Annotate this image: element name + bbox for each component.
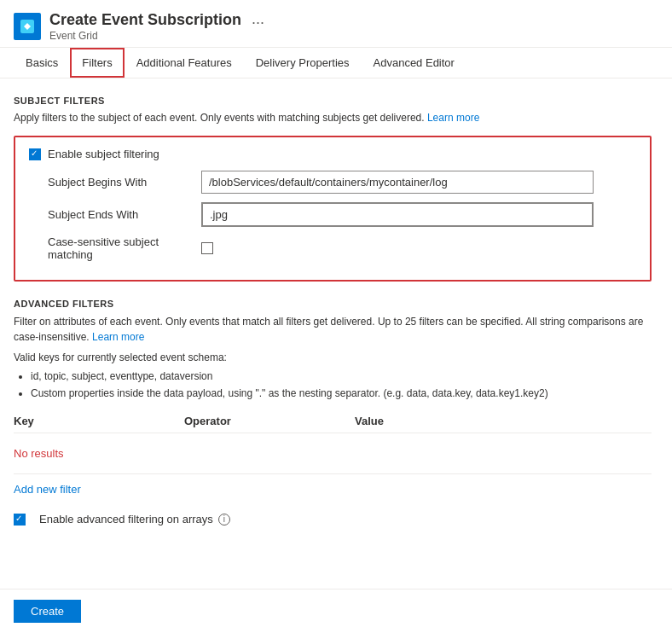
case-sensitive-label: Case-sensitive subject matching	[48, 235, 201, 261]
create-button[interactable]: Create	[14, 600, 81, 623]
enable-subject-filtering-row: Enable subject filtering	[29, 148, 636, 160]
subject-ends-with-input[interactable]	[201, 202, 594, 227]
page-header: Create Event Subscription Event Grid ···	[0, 0, 672, 48]
advanced-filters-no-results-row: No results	[14, 433, 652, 474]
subject-filters-desc: Apply filters to the subject of each eve…	[14, 111, 652, 125]
tab-delivery-properties[interactable]: Delivery Properties	[244, 48, 362, 78]
page-title: Create Event Subscription	[49, 10, 241, 30]
valid-keys-item-1: id, topic, subject, eventtype, dataversi…	[31, 369, 652, 384]
no-results-text: No results	[14, 440, 184, 467]
advanced-filters-desc: Filter on attributes of each event. Only…	[14, 314, 652, 345]
app-icon	[14, 13, 41, 40]
case-sensitive-checkbox[interactable]	[201, 242, 213, 254]
header-text-group: Create Event Subscription Event Grid	[49, 10, 241, 42]
subject-filter-box: Enable subject filtering Subject Begins …	[14, 136, 652, 282]
enable-subject-filtering-label: Enable subject filtering	[48, 148, 159, 160]
col-header-value: Value	[355, 415, 652, 427]
info-icon[interactable]: i	[218, 514, 230, 526]
valid-keys-list: id, topic, subject, eventtype, dataversi…	[31, 369, 652, 401]
page-footer: Create	[0, 589, 672, 633]
advanced-filters-title: ADVANCED FILTERS	[14, 299, 652, 309]
subject-ends-with-label: Subject Ends With	[48, 208, 201, 221]
subject-filters-title: SUBJECT FILTERS	[14, 96, 652, 106]
subject-filters-section: SUBJECT FILTERS Apply filters to the sub…	[14, 96, 652, 282]
main-content: SUBJECT FILTERS Apply filters to the sub…	[0, 78, 665, 543]
tab-filters[interactable]: Filters	[70, 48, 124, 78]
advanced-filters-section: ADVANCED FILTERS Filter on attributes of…	[14, 299, 652, 526]
col-header-key: Key	[14, 415, 184, 427]
subject-filters-learn-more[interactable]: Learn more	[427, 112, 479, 124]
tab-advanced-editor[interactable]: Advanced Editor	[362, 48, 466, 78]
tab-additional-features[interactable]: Additional Features	[125, 48, 244, 78]
enable-advanced-array-checkbox[interactable]	[14, 514, 26, 526]
advanced-filters-learn-more[interactable]: Learn more	[92, 331, 144, 343]
valid-keys-section: Valid keys for currently selected event …	[14, 350, 652, 401]
case-sensitive-row: Case-sensitive subject matching	[29, 235, 636, 261]
tab-bar: Basics Filters Additional Features Deliv…	[0, 48, 672, 78]
add-new-filter-link[interactable]: Add new filter	[14, 483, 81, 496]
subject-begins-with-row: Subject Begins With	[29, 171, 636, 194]
enable-advanced-array-row: Enable advanced filtering on arrays i	[14, 513, 652, 526]
valid-keys-item-2: Custom properties inside the data payloa…	[31, 386, 652, 401]
subject-begins-with-input[interactable]	[201, 171, 594, 194]
col-header-operator: Operator	[184, 415, 355, 427]
subject-filters-desc-text: Apply filters to the subject of each eve…	[14, 112, 425, 124]
valid-keys-label: Valid keys for currently selected event …	[14, 351, 227, 363]
enable-advanced-array-label: Enable advanced filtering on arrays	[39, 513, 213, 526]
subject-begins-with-label: Subject Begins With	[48, 176, 201, 189]
advanced-filters-table-header: Key Operator Value	[14, 409, 652, 433]
enable-subject-filtering-checkbox[interactable]	[29, 148, 41, 160]
subject-ends-with-row: Subject Ends With	[29, 202, 636, 227]
more-options-button[interactable]: ···	[252, 14, 264, 32]
tab-basics[interactable]: Basics	[14, 48, 70, 78]
page-subtitle: Event Grid	[49, 30, 241, 42]
